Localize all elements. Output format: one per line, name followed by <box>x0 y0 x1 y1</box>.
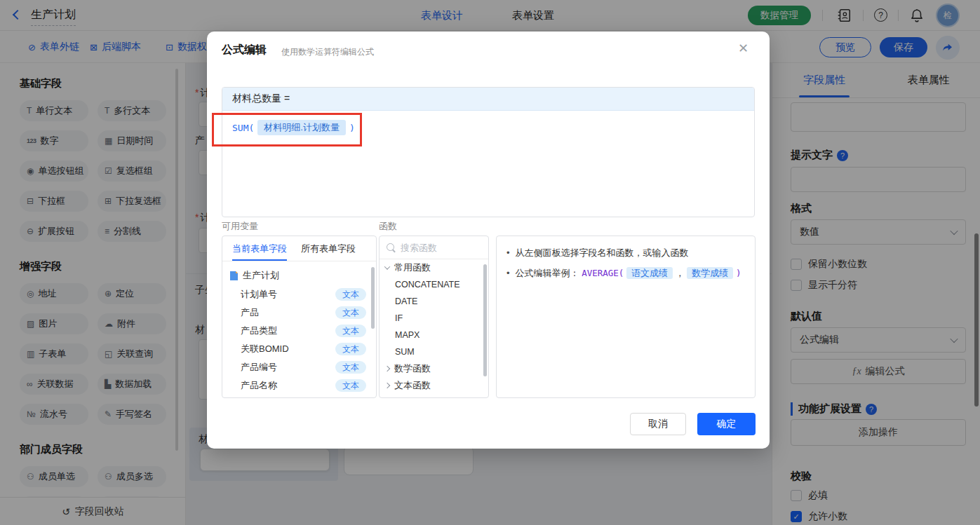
hints-panel: • 从左侧面板选择字段名和函数，或输入函数 • 公式编辑举例： AVERAGE(… <box>496 236 756 398</box>
hint-example: 公式编辑举例： AVERAGE( 语文成绩 ， 数学成绩 ) <box>516 266 741 280</box>
function-item[interactable]: MAPX <box>380 327 488 343</box>
functions-label: 函数 <box>379 220 397 233</box>
variable-name: 计划单号 <box>241 288 277 301</box>
functions-scrollbar[interactable] <box>483 264 487 376</box>
close-icon[interactable]: ✕ <box>738 41 749 56</box>
hint-example-arg-pill[interactable]: 语文成绩 <box>626 267 673 279</box>
variables-scrollbar[interactable] <box>371 267 375 329</box>
function-group-math[interactable]: 数学函数 <box>380 360 488 377</box>
variables-tree-root[interactable]: 生产计划 <box>222 266 376 285</box>
variable-item[interactable]: 产品名称文本 <box>222 376 376 395</box>
tab-current-form-fields[interactable]: 当前表单字段 <box>232 236 287 261</box>
hint-example-prefix: 公式编辑举例： <box>516 268 579 278</box>
variable-name: 产品名称 <box>241 379 277 392</box>
hint-example-function: AVERAGE( <box>582 268 624 278</box>
hint-text: 从左侧面板选择字段名和函数，或输入函数 <box>516 246 689 260</box>
function-item[interactable]: IF <box>380 310 488 327</box>
variable-type-badge: 文本 <box>335 306 366 319</box>
function-group-label: 常用函数 <box>394 261 431 274</box>
function-group-label: 文本函数 <box>394 379 431 392</box>
hint-line-2: • 公式编辑举例： AVERAGE( 语文成绩 ， 数学成绩 ) <box>506 266 745 280</box>
red-annotation-box <box>212 113 362 146</box>
variables-tabs: 当前表单字段 所有表单字段 <box>222 236 376 261</box>
hint-line-1: • 从左侧面板选择字段名和函数，或输入函数 <box>506 246 745 260</box>
variable-type-badge: 文本 <box>335 361 366 374</box>
variables-root-label: 生产计划 <box>243 269 279 282</box>
variable-name: 产品 <box>241 306 259 319</box>
function-item[interactable]: DATE <box>380 293 488 310</box>
chevron-right-icon <box>384 366 390 371</box>
chevron-right-icon <box>384 383 390 388</box>
variable-item[interactable]: 关联BOMID文本 <box>222 340 376 358</box>
variable-type-badge: 文本 <box>335 325 366 337</box>
bullet-icon: • <box>506 246 510 260</box>
function-item[interactable]: SUM <box>380 343 488 360</box>
variable-type-badge: 文本 <box>335 343 366 355</box>
variable-type-badge: 文本 <box>335 379 366 392</box>
tab-all-form-fields[interactable]: 所有表单字段 <box>301 236 356 261</box>
variable-item[interactable]: 产品编号文本 <box>222 358 376 376</box>
formula-editor-modal: 公式编辑 使用数学运算符编辑公式 ✕ 材料总数量 = SUM( 材料明细.计划数… <box>207 32 770 449</box>
modal-subtitle: 使用数学运算符编辑公式 <box>281 46 374 58</box>
variable-name: 关联BOMID <box>241 343 289 355</box>
cancel-button[interactable]: 取消 <box>630 413 686 435</box>
hint-example-separator: ， <box>676 268 685 278</box>
formula-target: 材料总数量 = <box>222 88 754 111</box>
hint-example-close: ) <box>736 268 741 278</box>
formula-editor-box[interactable]: 材料总数量 = SUM( 材料明细.计划数量 ) <box>222 87 755 217</box>
variable-type-badge: 文本 <box>335 288 366 301</box>
variables-label: 可用变量 <box>222 220 258 233</box>
function-item[interactable]: CONCATENATE <box>380 276 488 293</box>
confirm-button[interactable]: 确定 <box>697 413 756 435</box>
hint-example-arg-pill[interactable]: 数学成绩 <box>687 267 733 279</box>
function-group-text[interactable]: 文本函数 <box>380 377 488 394</box>
function-search[interactable] <box>380 236 488 259</box>
variables-panel: 当前表单字段 所有表单字段 生产计划 计划单号文本 产品文本 产品类型文本 关联… <box>222 236 377 398</box>
variable-item[interactable]: 产品类型文本 <box>222 322 376 340</box>
function-group-label: 数学函数 <box>394 362 431 375</box>
functions-panel: 常用函数 CONCATENATE DATE IF MAPX SUM 数学函数 文… <box>379 236 489 398</box>
function-search-input[interactable] <box>401 243 471 253</box>
variable-name: 产品类型 <box>241 325 277 337</box>
variable-item[interactable]: 计划单号文本 <box>222 285 376 304</box>
variable-name: 产品编号 <box>241 361 277 374</box>
bullet-icon: • <box>506 266 510 280</box>
search-icon <box>387 243 396 252</box>
function-group-common[interactable]: 常用函数 <box>380 259 488 276</box>
document-icon <box>229 271 239 281</box>
modal-title: 公式编辑 <box>222 43 267 57</box>
chevron-down-icon <box>384 264 390 269</box>
variable-item[interactable]: 产品文本 <box>222 304 376 322</box>
